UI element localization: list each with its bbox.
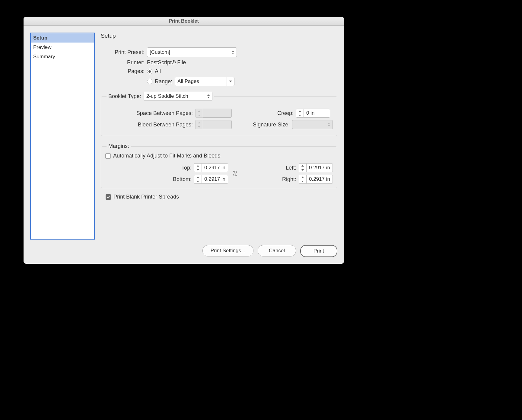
print-settings-button[interactable]: Print Settings... xyxy=(202,245,253,256)
printer-label: Printer: xyxy=(101,59,145,66)
margin-bottom-stepper[interactable]: 0.2917 in xyxy=(194,175,228,184)
chevron-up-icon[interactable] xyxy=(194,164,202,168)
margin-left-input[interactable]: 0.2917 in xyxy=(306,163,333,172)
chevron-down-icon[interactable] xyxy=(194,168,202,172)
creep-input[interactable]: 0 in xyxy=(304,109,330,118)
pages-all-label: All xyxy=(155,68,161,75)
chevron-updown-icon xyxy=(327,122,331,127)
chevron-down-icon[interactable] xyxy=(194,179,202,183)
pages-label: Pages: xyxy=(101,68,145,75)
chevron-up-icon[interactable] xyxy=(299,175,306,179)
creep-stepper[interactable]: 0 in xyxy=(296,109,330,118)
dialog-title: Print Booklet xyxy=(24,17,344,26)
chevron-down-icon xyxy=(227,77,234,86)
margin-top-label: Top: xyxy=(105,165,192,171)
setup-panel: Setup Print Preset: [Custom] Printer: P xyxy=(101,33,337,241)
margin-left-label: Left: xyxy=(242,165,296,171)
chevron-down-icon[interactable] xyxy=(299,168,306,172)
bleed-between-label: Bleed Between Pages: xyxy=(105,122,193,128)
booklet-type-select[interactable]: 2-up Saddle Stitch xyxy=(144,92,212,101)
margin-left-stepper[interactable]: 0.2917 in xyxy=(299,163,333,172)
chevron-down-icon xyxy=(196,125,203,129)
print-preset-label: Print Preset: xyxy=(101,49,145,56)
sidebar-item-setup[interactable]: Setup xyxy=(31,33,94,43)
signature-size-label: Signature Size: xyxy=(236,122,290,128)
chevron-up-icon[interactable] xyxy=(296,109,304,113)
auto-adjust-label: Automatically Adjust to Fit Marks and Bl… xyxy=(113,153,220,159)
cancel-button[interactable]: Cancel xyxy=(258,245,296,256)
pages-range-value: All Pages xyxy=(177,78,199,84)
print-button[interactable]: Print xyxy=(300,245,337,257)
sidebar-item-summary[interactable]: Summary xyxy=(31,52,94,61)
chevron-updown-icon xyxy=(207,94,210,99)
chevron-updown-icon xyxy=(231,50,235,55)
divider xyxy=(101,41,337,41)
chevron-up-icon[interactable] xyxy=(194,175,202,179)
margin-right-stepper[interactable]: 0.2917 in xyxy=(299,175,333,184)
booklet-type-value: 2-up Saddle Stitch xyxy=(146,93,188,99)
margins-group-label: Margins: xyxy=(107,143,131,149)
signature-size-select xyxy=(292,120,333,129)
bleed-between-stepper xyxy=(195,120,232,129)
chevron-down-icon[interactable] xyxy=(296,113,304,117)
booklet-type-label: Booklet Type: xyxy=(108,93,141,100)
margins-group: Margins: Automatically Adjust to Fit Mar… xyxy=(101,146,337,188)
pages-all-radio[interactable] xyxy=(147,69,152,74)
auto-adjust-checkbox[interactable] xyxy=(105,153,111,159)
pages-range-radio[interactable] xyxy=(147,79,152,84)
space-between-stepper xyxy=(195,109,232,118)
chevron-up-icon xyxy=(196,109,203,113)
sidebar: Setup Preview Summary xyxy=(30,33,95,240)
pages-range-select[interactable]: All Pages xyxy=(175,77,234,86)
margin-top-stepper[interactable]: 0.2917 in xyxy=(194,163,228,172)
panel-title: Setup xyxy=(101,33,337,39)
bleed-between-input xyxy=(203,120,232,129)
link-margins-icon[interactable] xyxy=(232,170,238,177)
chevron-down-icon xyxy=(196,113,203,117)
booklet-group: Booklet Type: 2-up Saddle Stitch Space B… xyxy=(101,96,337,136)
margin-bottom-label: Bottom: xyxy=(105,176,192,183)
printer-value: PostScript® File xyxy=(147,59,186,66)
print-preset-select[interactable]: [Custom] xyxy=(147,47,237,57)
creep-label: Creep: xyxy=(236,110,294,116)
space-between-label: Space Between Pages: xyxy=(105,110,193,116)
pages-range-label: Range: xyxy=(155,78,172,85)
sidebar-item-preview[interactable]: Preview xyxy=(31,43,94,52)
print-blank-spreads-label: Print Blank Printer Spreads xyxy=(113,194,179,200)
print-blank-spreads-checkbox[interactable] xyxy=(106,194,111,200)
chevron-up-icon xyxy=(196,120,203,125)
chevron-down-icon[interactable] xyxy=(299,179,306,183)
dialog-buttons: Print Settings... Cancel Print xyxy=(202,245,337,257)
margin-bottom-input[interactable]: 0.2917 in xyxy=(202,175,228,184)
print-preset-value: [Custom] xyxy=(150,49,170,55)
chevron-up-icon[interactable] xyxy=(299,164,306,168)
print-booklet-dialog: Print Booklet Setup Preview Summary Setu… xyxy=(24,17,344,264)
margin-top-input[interactable]: 0.2917 in xyxy=(202,163,228,172)
space-between-input xyxy=(203,109,232,118)
margin-right-label: Right: xyxy=(242,176,296,183)
margin-right-input[interactable]: 0.2917 in xyxy=(306,175,333,184)
